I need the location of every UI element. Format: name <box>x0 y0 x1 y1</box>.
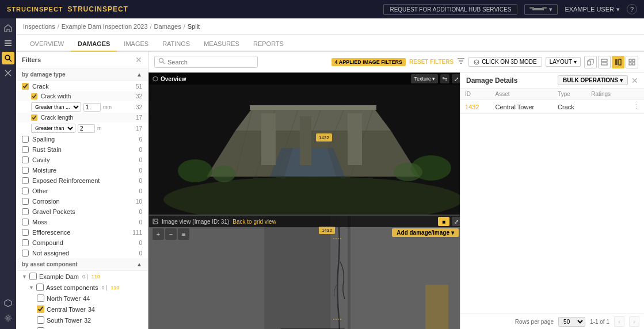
filter-moisture-checkbox[interactable] <box>22 167 29 174</box>
filter-crack-length-input[interactable] <box>78 124 95 133</box>
sidebar-icon-3d[interactable] <box>2 297 14 309</box>
filter-central-tower-checkbox[interactable] <box>37 305 44 313</box>
request-services-button[interactable]: REQUEST FOR ADDITIONAL HUB SERVICES <box>383 4 517 15</box>
filter-cavity-checkbox[interactable] <box>22 156 29 163</box>
tab-images[interactable]: IMAGES <box>117 37 155 52</box>
applied-filters-badge: 4 APPLIED IMAGE FILTERS <box>331 58 406 66</box>
zoom-in-button[interactable]: + <box>153 228 164 240</box>
tab-ratings[interactable]: RATINGS <box>155 37 197 52</box>
tab-measures[interactable]: MEASURES <box>197 37 246 52</box>
svg-rect-21 <box>619 59 621 65</box>
filter-corrosion-checkbox[interactable] <box>22 198 29 205</box>
filter-efflorescence-label: Efflorescence <box>32 229 70 236</box>
view-icon-split[interactable] <box>598 56 611 68</box>
texture-selector[interactable]: Texture ▾ <box>411 74 438 83</box>
filter-asset-components-checkbox[interactable] <box>36 284 44 291</box>
reset-filters-button[interactable]: RESET FILTERS <box>409 59 454 65</box>
breadcrumb-damages[interactable]: Damages <box>154 23 181 30</box>
filter-crack-length-checkbox[interactable] <box>31 114 37 121</box>
layout-button[interactable]: LAYOUT ▾ <box>546 57 581 67</box>
sidebar-icon-settings[interactable] <box>2 312 14 324</box>
damage-row-more-button[interactable]: ⋮ <box>624 100 644 114</box>
filter-exposed-checkbox[interactable] <box>22 177 29 184</box>
filter-south-tower-checkbox[interactable] <box>37 316 44 324</box>
rows-per-page-label: Rows per page <box>515 319 554 325</box>
click-on-3d-mode-button[interactable]: CLICK ON 3D MODE <box>468 57 542 67</box>
svg-rect-40 <box>348 113 362 165</box>
filter-section-damage-type[interactable]: by damage type ▲ <box>16 68 148 81</box>
filter-crack-length-label: Crack length <box>41 114 73 121</box>
user-menu[interactable]: EXAMPLE USER ▾ <box>565 6 620 13</box>
filter-gravel-label: Gravel Pockets <box>32 208 75 215</box>
filter-crack-checkbox[interactable] <box>22 83 29 90</box>
filter-crack-width-select[interactable]: Greater than ... <box>31 102 81 112</box>
tab-bar: OVERVIEW DAMAGES IMAGES RATINGS MEASURES… <box>16 35 644 52</box>
pagination-next-button[interactable]: › <box>629 316 639 327</box>
filter-asset-dam-checkbox[interactable] <box>29 273 37 280</box>
back-to-grid-link[interactable]: Back to grid view <box>233 219 276 225</box>
3d-viewer-settings-button[interactable] <box>440 74 449 83</box>
image-viewer-yellow-btn[interactable]: ■ <box>438 217 449 226</box>
filter-efflorescence-checkbox[interactable] <box>22 229 29 236</box>
sidebar-icon-list[interactable] <box>2 37 14 49</box>
filter-moss-count: 0 <box>139 219 142 225</box>
tab-reports[interactable]: REPORTS <box>246 37 291 52</box>
filter-crack-width-unit: mm <box>103 104 112 110</box>
filter-crack-count: 51 <box>136 83 142 90</box>
breadcrumb-inspections[interactable]: Inspections <box>23 23 55 30</box>
filter-notassigned-label: Not assigned <box>32 250 69 257</box>
filter-compound-checkbox[interactable] <box>22 239 29 246</box>
filter-other-count: 0 <box>139 188 142 194</box>
damage-type: Crack <box>553 100 586 114</box>
svg-line-7 <box>9 59 12 62</box>
breadcrumb-dam-inspection[interactable]: Example Dam Inspection 2023 <box>62 23 148 30</box>
damage-details-header: Damage Details BULK OPERATIONS ▾ ✕ <box>460 72 644 89</box>
view-icon-table[interactable] <box>612 56 624 68</box>
tab-damages[interactable]: DAMAGES <box>71 37 117 52</box>
search-input[interactable] <box>167 59 248 66</box>
damage-details-close-button[interactable]: ✕ <box>631 76 638 85</box>
filter-crack-length-select[interactable]: Greater than <box>31 124 75 133</box>
svg-rect-17 <box>588 61 590 65</box>
filter-section-asset[interactable]: by asset component ▲ <box>16 258 148 271</box>
svg-text:1432: 1432 <box>322 228 332 233</box>
filter-spalling-checkbox[interactable] <box>22 136 29 143</box>
filter-ruststain-checkbox[interactable] <box>22 146 29 153</box>
asset-dam-expand[interactable]: ▼ <box>22 274 27 280</box>
damage-id-link[interactable]: 1432 <box>465 104 479 110</box>
view-icon-grid[interactable] <box>626 56 638 68</box>
filter-notassigned-checkbox[interactable] <box>22 250 29 257</box>
filters-header: Filters ✕ <box>16 52 148 68</box>
sidebar-icon-inspect[interactable] <box>2 52 14 64</box>
rows-per-page-select[interactable]: 50 25 100 <box>558 317 585 327</box>
view-icons-group <box>584 56 638 68</box>
image-viewer-title: Image view (Image ID: 31) Back to grid v… <box>153 219 276 225</box>
asset-components-expand[interactable]: ▼ <box>29 285 34 290</box>
filter-crack-length-item: Crack length 17 <box>16 113 148 123</box>
filter-corrosion-label: Corrosion <box>32 198 60 205</box>
filter-crack-width-input[interactable] <box>83 103 101 112</box>
filter-gravel-checkbox[interactable] <box>22 208 29 215</box>
filter-exposed-item: Exposed Reinforcement 0 <box>16 175 148 186</box>
image-menu-button[interactable]: ≡ <box>178 228 189 240</box>
filter-crack-width-checkbox[interactable] <box>31 93 37 100</box>
add-damage-button[interactable]: Add damage/image ▾ <box>392 228 459 237</box>
sidebar-icon-home[interactable] <box>2 22 14 35</box>
help-button[interactable]: ? <box>627 4 637 14</box>
bulk-operations-button[interactable]: BULK OPERATIONS ▾ <box>558 75 628 85</box>
sidebar-icon-close[interactable] <box>2 67 14 79</box>
filter-notassigned-count: 0 <box>139 250 142 257</box>
drone-selector[interactable]: ▾ <box>524 4 558 15</box>
filter-icon-button[interactable] <box>457 57 465 67</box>
pagination-prev-button[interactable]: ‹ <box>614 316 624 327</box>
filter-other-checkbox[interactable] <box>22 188 29 194</box>
filter-moss-checkbox[interactable] <box>22 219 29 225</box>
view-icon-3d[interactable] <box>584 56 597 68</box>
zoom-out-button[interactable]: − <box>165 228 177 240</box>
svg-rect-19 <box>601 63 607 65</box>
filter-north-tower-checkbox[interactable] <box>37 294 44 302</box>
filter-spalling-count: 6 <box>139 136 142 143</box>
filters-close-button[interactable]: ✕ <box>135 55 142 64</box>
svg-rect-24 <box>629 63 631 65</box>
tab-overview[interactable]: OVERVIEW <box>23 37 71 52</box>
